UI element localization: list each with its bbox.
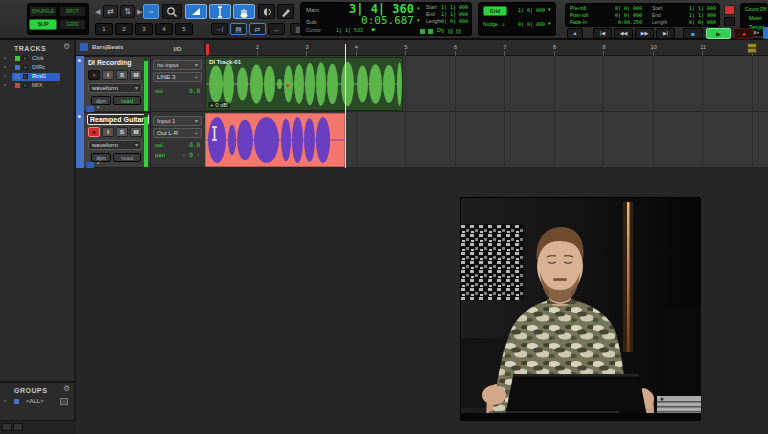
track1-name[interactable]: DI Recording — [88, 59, 132, 66]
record-button[interactable]: ● — [734, 28, 754, 39]
nudge-dropdown-icon[interactable]: ▾ — [548, 21, 551, 26]
track1-mute-button[interactable]: M — [130, 70, 142, 80]
track2-freeze-icon[interactable] — [86, 162, 94, 168]
post-roll-value[interactable]: 0| 0| 000 — [602, 13, 642, 18]
audio-clip-di-track[interactable]: DI Track-01 + 0 dB — [205, 57, 403, 111]
go-to-end-button[interactable]: ▶| — [656, 28, 675, 39]
slip-mode-button[interactable]: SLIP — [29, 19, 57, 30]
zoom-preset-3-button[interactable]: 3 — [135, 23, 153, 35]
fade-in-value[interactable]: 0:00.250 — [602, 20, 642, 25]
track1-color-strip[interactable] — [76, 56, 84, 112]
metronome-button[interactable]: ▲ — [567, 28, 583, 39]
track1-solo-button[interactable]: S — [116, 70, 128, 80]
zoom-preset-1-button[interactable]: 1 — [95, 23, 113, 35]
track1-vol-value[interactable]: 0.0 — [172, 88, 200, 94]
track1-view-selector[interactable]: waveform▾ — [88, 83, 142, 93]
track2-record-arm-button[interactable]: ● — [88, 127, 100, 137]
pre-roll-label[interactable]: Pre-roll — [570, 6, 586, 11]
sidebar-bottom-button-2[interactable] — [13, 423, 23, 431]
grabber-tool-button[interactable] — [233, 4, 255, 19]
insertion-follows-playback-button[interactable]: ▤ — [230, 23, 247, 35]
track1-freeze-icon[interactable] — [86, 106, 94, 112]
track1-automation-button[interactable]: read — [113, 96, 141, 105]
play-button[interactable]: ▶ — [706, 28, 731, 39]
track2-color-strip[interactable] — [76, 112, 84, 168]
playhead-cursor[interactable] — [345, 44, 346, 168]
link-timeline-selection-button[interactable]: ⇄ — [249, 23, 266, 35]
zoom-preset-5-button[interactable]: 5 — [175, 23, 193, 35]
track2-automation-button[interactable]: read — [113, 153, 141, 162]
nudge-value[interactable]: 0| 0| 480 — [509, 22, 545, 27]
ruler-view-icon[interactable] — [80, 43, 88, 51]
rewind-button[interactable]: ◀◀ — [614, 28, 633, 39]
ruler-track[interactable] — [205, 40, 768, 56]
sidebar-bottom-button-1[interactable] — [2, 423, 12, 431]
video-overlay-window[interactable] — [460, 197, 700, 420]
session-start-marker[interactable] — [206, 44, 209, 55]
groups-gear-icon[interactable]: ⚙ — [63, 385, 70, 393]
track1-output-selector[interactable]: LINE 3+ — [153, 72, 202, 82]
track2-output-selector[interactable]: Out L-R+ — [153, 128, 202, 138]
trim-tool-button[interactable] — [185, 4, 207, 19]
grid-mode-button[interactable]: GRID — [59, 19, 86, 30]
track2-input-monitor-button[interactable]: I — [102, 127, 114, 137]
spot-mode-button[interactable]: SPOT — [59, 6, 86, 17]
marker-icon[interactable] — [747, 43, 757, 54]
track-list-item-Clck[interactable]: Clck — [32, 55, 44, 61]
track1-input-monitor-button[interactable]: I — [102, 70, 114, 80]
sub-counter-value[interactable]: 0:05.687 — [324, 15, 414, 26]
track2-pan-value[interactable]: ‹ 0 › — [172, 152, 200, 158]
fade-in-label[interactable]: Fade-in — [570, 20, 587, 25]
pencil-tool-button[interactable] — [277, 4, 294, 19]
link-track-selection-button[interactable]: ↔ — [268, 23, 285, 35]
main-counter-dropdown-icon[interactable]: ▾ — [417, 6, 420, 11]
track2-elastic-icon[interactable]: ▴ — [97, 160, 100, 165]
grid-dropdown-icon[interactable]: ▾ — [548, 7, 551, 12]
track-list-item-MIX[interactable]: MIX — [32, 82, 43, 88]
meter-label[interactable]: Meter — [749, 16, 762, 21]
toolbar-edge-icon-2[interactable] — [763, 27, 768, 39]
zoom-in-arrow[interactable]: ▶ — [137, 8, 142, 15]
track2-solo-button[interactable]: S — [116, 127, 128, 137]
zoomer-tool-button[interactable] — [162, 4, 182, 19]
sub-counter-dropdown-icon[interactable]: ▾ — [417, 18, 420, 23]
record-status-button[interactable] — [724, 5, 735, 15]
zoom-preset-4-button[interactable]: 4 — [155, 23, 173, 35]
count-off-label[interactable]: Count Off — [745, 7, 766, 12]
return-to-zero-button[interactable]: |◀ — [593, 28, 612, 39]
group-list-item-all[interactable]: <ALL> — [26, 398, 44, 404]
tab-to-transient-button[interactable]: →| — [211, 23, 228, 35]
grid-value[interactable]: 1| 0| 000 — [509, 8, 545, 13]
horizontal-zoom-icon[interactable]: ⇄ — [103, 5, 118, 18]
track1-dyn-button[interactable]: dyn — [91, 96, 111, 105]
secondary-status-button[interactable] — [724, 17, 735, 26]
fast-forward-button[interactable]: ▶▶ — [635, 28, 654, 39]
track2-vol-value[interactable]: 0.0 — [172, 142, 200, 148]
vertical-zoom-icon[interactable]: ⇅ — [120, 5, 135, 18]
scrubber-tool-button[interactable] — [258, 4, 275, 19]
stop-button[interactable]: ■ — [683, 28, 703, 39]
tracks-gear-icon[interactable]: ⚙ — [63, 43, 70, 51]
track2-name[interactable]: Reamped Guitar — [87, 114, 149, 125]
zoom-preset-2-button[interactable]: 2 — [115, 23, 133, 35]
ruler-name[interactable]: Bars|Beats — [92, 44, 123, 50]
track-list-item-RmG[interactable]: RmG — [32, 73, 46, 79]
grid-value-toggle[interactable]: Grid — [483, 6, 507, 16]
track-list-item-DIRc[interactable]: DIRc — [32, 64, 45, 70]
track2-dyn-button[interactable]: dyn — [91, 153, 111, 162]
selector-tool-button[interactable] — [209, 4, 231, 19]
zoom-out-arrow[interactable]: ◀ — [95, 8, 100, 15]
track2-view-selector[interactable]: waveform▾ — [88, 140, 142, 150]
zoom-toggle-button[interactable]: ⇔ — [143, 4, 159, 19]
pre-roll-value[interactable]: 0| 0| 000 — [602, 6, 642, 11]
track1-record-arm-button[interactable]: ● — [88, 70, 100, 80]
track2-input-selector[interactable]: Input 1▾ — [153, 116, 202, 126]
shuffle-mode-button[interactable]: SHUFFLE — [29, 6, 57, 17]
track1-elastic-icon[interactable]: ▴ — [97, 104, 100, 109]
audio-clip-reamped-selected[interactable] — [205, 113, 345, 167]
clip-gain-label[interactable]: + 0 dB — [208, 102, 230, 108]
post-roll-label[interactable]: Post-roll — [570, 13, 588, 18]
track2-mute-button[interactable]: M — [130, 127, 142, 137]
group-grid-icon[interactable] — [60, 398, 68, 405]
track1-input-selector[interactable]: no input▾ — [153, 60, 202, 70]
